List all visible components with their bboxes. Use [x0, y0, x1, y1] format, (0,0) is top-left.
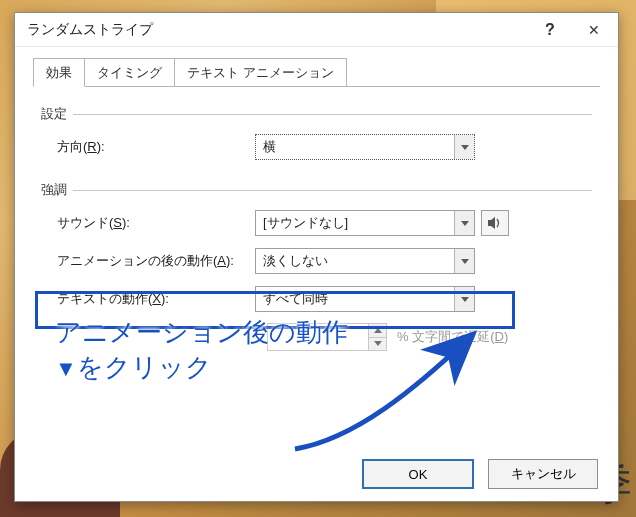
- row-after-animation: アニメーションの後の動作(A): 淡くしない: [45, 247, 588, 275]
- svg-marker-2: [488, 217, 495, 229]
- ok-button[interactable]: OK: [362, 459, 474, 489]
- tab-effect[interactable]: 効果: [33, 58, 85, 87]
- chevron-down-icon[interactable]: [454, 135, 474, 159]
- after-animation-combobox[interactable]: 淡くしない: [255, 248, 475, 274]
- close-button[interactable]: ✕: [572, 15, 616, 45]
- text-movement-label: テキストの動作(X):: [45, 290, 255, 308]
- sound-combobox[interactable]: [サウンドなし]: [255, 210, 475, 236]
- groupbox-line: [41, 114, 592, 115]
- effect-options-dialog: ランダムストライプ ? ✕ 効果 タイミング テキスト アニメーション 設定 方…: [14, 12, 619, 502]
- after-animation-label: アニメーションの後の動作(A):: [45, 252, 255, 270]
- row-text-movement: テキストの動作(X): すべて同時: [45, 285, 588, 313]
- dialog-body: 効果 タイミング テキスト アニメーション 設定 方向(R): 横: [15, 47, 618, 447]
- spinner-arrows[interactable]: [368, 324, 386, 350]
- dialog-footer: OK キャンセル: [15, 447, 618, 501]
- label-text: ): [504, 329, 508, 344]
- text-movement-combobox[interactable]: すべて同時: [255, 286, 475, 312]
- speaker-icon: [487, 216, 503, 230]
- accelerator-key: A: [217, 253, 226, 268]
- group-emphasis-label: 強調: [41, 181, 73, 199]
- accelerator-key: X: [152, 291, 161, 306]
- groupbox-line: [41, 190, 592, 191]
- sound-label: サウンド(S):: [45, 214, 255, 232]
- group-settings: 設定 方向(R): 横: [41, 107, 592, 161]
- group-emphasis: 強調 サウンド(S): [サウンドなし]: [41, 183, 592, 351]
- label-text: ):: [226, 253, 234, 268]
- label-text: ):: [122, 215, 130, 230]
- label-text: 方向(: [57, 139, 87, 154]
- tab-timing[interactable]: タイミング: [84, 58, 175, 87]
- sound-preview-button[interactable]: [481, 210, 509, 236]
- chevron-down-icon[interactable]: [454, 249, 474, 273]
- row-delay: % 文字間で遅延(D): [45, 323, 588, 351]
- spinner-value: [268, 324, 368, 350]
- tab-strip: 効果 タイミング テキスト アニメーション: [33, 59, 600, 87]
- label-text: サウンド(: [57, 215, 113, 230]
- tab-text-animation[interactable]: テキスト アニメーション: [174, 58, 347, 87]
- delay-label: % 文字間で遅延(D): [397, 328, 508, 346]
- svg-marker-6: [374, 341, 382, 346]
- label-text: テキストの動作(: [57, 291, 152, 306]
- label-text: ):: [97, 139, 105, 154]
- accelerator-key: S: [113, 215, 122, 230]
- chevron-down-icon[interactable]: [369, 337, 386, 351]
- combobox-value: すべて同時: [256, 287, 454, 311]
- label-text: ):: [161, 291, 169, 306]
- tabpage-effect: 設定 方向(R): 横: [33, 87, 600, 381]
- svg-marker-1: [461, 221, 469, 226]
- combobox-value: 横: [256, 135, 454, 159]
- direction-combobox[interactable]: 横: [255, 134, 475, 160]
- row-direction: 方向(R): 横: [45, 133, 588, 161]
- titlebar: ランダムストライプ ? ✕: [15, 13, 618, 47]
- dialog-title: ランダムストライプ: [27, 21, 528, 39]
- delay-spinner[interactable]: [267, 323, 387, 351]
- cancel-button[interactable]: キャンセル: [488, 459, 598, 489]
- combobox-value: [サウンドなし]: [256, 211, 454, 235]
- svg-marker-5: [374, 328, 382, 333]
- chevron-up-icon[interactable]: [369, 324, 386, 337]
- label-text: アニメーションの後の動作(: [57, 253, 217, 268]
- label-text: % 文字間で遅延(: [397, 329, 495, 344]
- direction-label: 方向(R):: [45, 138, 255, 156]
- svg-marker-0: [461, 145, 469, 150]
- help-button[interactable]: ?: [528, 15, 572, 45]
- row-sound: サウンド(S): [サウンドなし]: [45, 209, 588, 237]
- chevron-down-icon[interactable]: [454, 211, 474, 235]
- accelerator-key: D: [495, 329, 504, 344]
- accelerator-key: R: [87, 139, 96, 154]
- svg-marker-3: [461, 259, 469, 264]
- combobox-value: 淡くしない: [256, 249, 454, 273]
- chevron-down-icon[interactable]: [454, 287, 474, 311]
- svg-marker-4: [461, 297, 469, 302]
- group-settings-label: 設定: [41, 105, 73, 123]
